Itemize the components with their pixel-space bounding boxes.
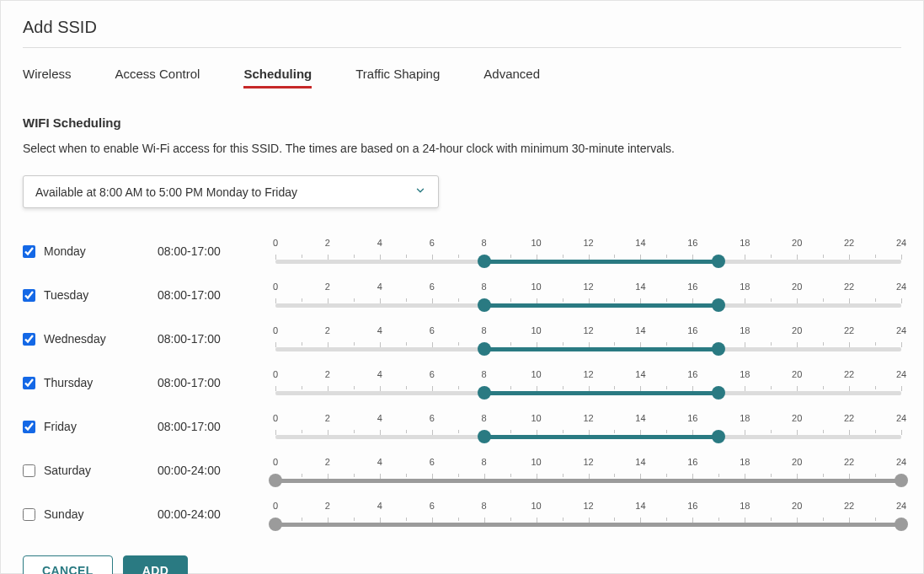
day-label: Tuesday — [44, 288, 88, 302]
axis-tick-label: 20 — [792, 325, 802, 335]
axis-tick-label: 8 — [482, 325, 487, 335]
axis-tick-label: 24 — [896, 501, 906, 511]
axis-tick-label: 24 — [896, 369, 906, 379]
axis-tick-label: 2 — [325, 282, 330, 292]
day-checkbox-tuesday[interactable] — [23, 289, 35, 302]
axis-tick-label: 14 — [635, 282, 645, 292]
axis-tick-label: 20 — [792, 413, 802, 423]
axis-tick-label: 14 — [635, 413, 645, 423]
axis-tick-label: 20 — [792, 369, 802, 379]
slider-handle-end[interactable] — [712, 342, 725, 356]
time-range-text: 08:00-17:00 — [158, 376, 275, 389]
axis-tick-label: 16 — [687, 238, 697, 248]
tab-scheduling[interactable]: Scheduling — [243, 67, 312, 89]
day-checkbox-wednesday[interactable] — [23, 333, 35, 346]
schedule-row-saturday: Saturday00:00-24:00024681012141618202224 — [23, 458, 901, 483]
time-slider[interactable]: 024681012141618202224 — [275, 459, 901, 483]
day-checkbox-monday[interactable] — [23, 245, 35, 258]
axis-tick-label: 4 — [377, 501, 382, 511]
axis-tick-label: 10 — [531, 238, 541, 248]
axis-tick-label: 2 — [325, 325, 330, 335]
axis-tick-label: 24 — [896, 325, 906, 335]
axis-tick-label: 20 — [792, 282, 802, 292]
slider-handle-end[interactable] — [895, 474, 908, 487]
schedule-row-thursday: Thursday08:00-17:00024681012141618202224 — [23, 370, 901, 395]
day-checkbox-thursday[interactable] — [23, 377, 35, 389]
axis-tick-label: 18 — [740, 282, 750, 292]
axis-tick-label: 18 — [740, 238, 750, 248]
time-slider[interactable]: 024681012141618202224 — [275, 283, 901, 308]
axis-tick-label: 22 — [844, 282, 854, 292]
axis-tick-label: 4 — [377, 413, 382, 423]
axis-tick-label: 14 — [635, 457, 645, 467]
slider-handle-start[interactable] — [269, 518, 282, 531]
axis-tick-label: 2 — [325, 369, 330, 379]
schedule-row-wednesday: Wednesday08:00-17:0002468101214161820222… — [23, 326, 901, 351]
preset-dropdown[interactable]: Available at 8:00 AM to 5:00 PM Monday t… — [23, 175, 439, 208]
slider-handle-end[interactable] — [712, 386, 725, 400]
slider-handle-end[interactable] — [895, 518, 908, 531]
tab-traffic-shaping[interactable]: Traffic Shaping — [355, 67, 440, 89]
slider-handle-start[interactable] — [478, 342, 491, 356]
slider-handle-start[interactable] — [478, 386, 491, 400]
time-range-text: 08:00-17:00 — [158, 420, 275, 433]
axis-tick-label: 4 — [377, 457, 382, 467]
time-slider[interactable]: 024681012141618202224 — [275, 239, 901, 264]
slider-handle-start[interactable] — [478, 298, 491, 312]
tab-access-control[interactable]: Access Control — [115, 67, 200, 89]
axis-tick-label: 10 — [531, 413, 541, 423]
time-range-text: 08:00-17:00 — [158, 244, 275, 258]
day-checkbox-sunday[interactable] — [23, 508, 35, 521]
axis-tick-label: 24 — [896, 238, 906, 248]
axis-tick-label: 6 — [430, 238, 435, 248]
axis-tick-label: 12 — [583, 282, 593, 292]
time-range-text: 00:00-24:00 — [158, 464, 275, 477]
slider-handle-end[interactable] — [712, 298, 725, 312]
cancel-button[interactable]: CANCEL — [23, 555, 113, 574]
axis-tick-label: 6 — [430, 501, 435, 511]
tab-wireless[interactable]: Wireless — [23, 67, 72, 89]
schedule-row-sunday: Sunday00:00-24:00024681012141618202224 — [23, 502, 901, 527]
day-label: Thursday — [44, 376, 93, 389]
axis-tick-label: 8 — [482, 369, 487, 379]
time-slider[interactable]: 024681012141618202224 — [275, 502, 901, 527]
time-slider[interactable]: 024681012141618202224 — [275, 415, 901, 439]
axis-tick-label: 20 — [792, 457, 802, 467]
tab-advanced[interactable]: Advanced — [483, 67, 540, 89]
axis-tick-label: 22 — [844, 413, 854, 423]
axis-tick-label: 4 — [377, 325, 382, 335]
add-ssid-panel: Add SSID WirelessAccess ControlSchedulin… — [0, 0, 924, 574]
axis-tick-label: 18 — [740, 325, 750, 335]
axis-tick-label: 2 — [325, 501, 330, 511]
axis-tick-label: 20 — [792, 238, 802, 248]
axis-tick-label: 2 — [325, 457, 330, 467]
time-slider[interactable]: 024681012141618202224 — [275, 327, 901, 351]
axis-tick-label: 0 — [273, 325, 278, 335]
axis-tick-label: 8 — [482, 413, 487, 423]
axis-tick-label: 12 — [583, 413, 593, 423]
slider-handle-start[interactable] — [269, 474, 282, 487]
axis-tick-label: 18 — [740, 501, 750, 511]
time-slider[interactable]: 024681012141618202224 — [275, 371, 901, 395]
slider-handle-start[interactable] — [478, 255, 491, 268]
day-checkbox-friday[interactable] — [23, 421, 35, 433]
axis-tick-label: 6 — [430, 282, 435, 292]
axis-tick-label: 10 — [531, 501, 541, 511]
axis-tick-label: 18 — [740, 457, 750, 467]
axis-tick-label: 24 — [896, 457, 906, 467]
page-title: Add SSID — [23, 18, 901, 48]
preset-label: Available at 8:00 AM to 5:00 PM Monday t… — [35, 185, 297, 199]
axis-tick-label: 0 — [273, 413, 278, 423]
day-checkbox-saturday[interactable] — [23, 464, 35, 477]
slider-handle-end[interactable] — [712, 255, 725, 268]
axis-tick-label: 10 — [531, 369, 541, 379]
slider-handle-end[interactable] — [712, 430, 725, 443]
day-label: Wednesday — [44, 332, 106, 346]
section-description: Select when to enable Wi-Fi access for t… — [23, 142, 901, 155]
schedule-rows: Monday08:00-17:00024681012141618202224Tu… — [23, 239, 901, 527]
add-button[interactable]: ADD — [123, 555, 189, 574]
day-label: Sunday — [44, 507, 83, 521]
axis-tick-label: 14 — [635, 325, 645, 335]
slider-handle-start[interactable] — [478, 430, 491, 443]
axis-tick-label: 22 — [844, 325, 854, 335]
